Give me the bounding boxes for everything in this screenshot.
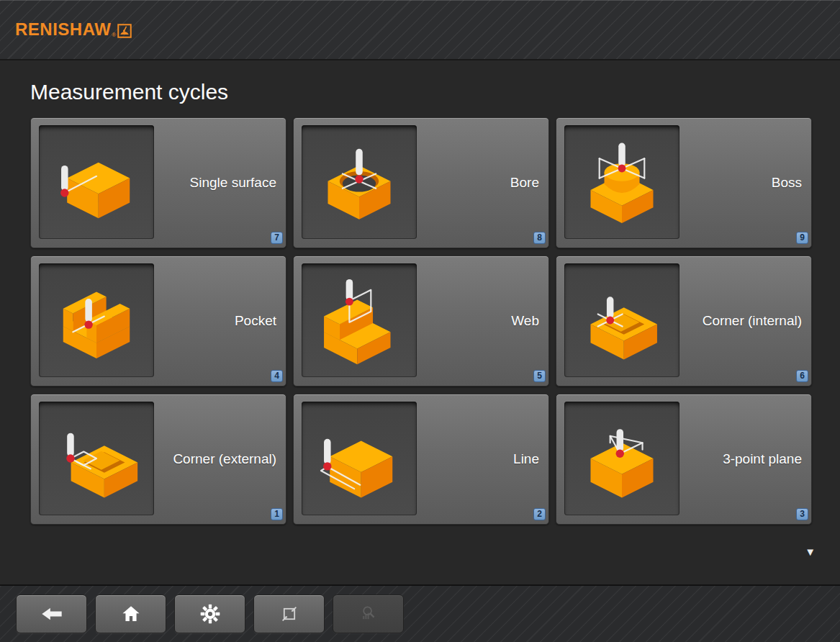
numpad-badge: 2	[533, 508, 546, 520]
numpad-badge: 4	[271, 370, 283, 382]
gear-icon	[197, 601, 223, 627]
line-icon	[302, 402, 417, 515]
tile-label: Line	[513, 451, 539, 467]
app-window: RENISHAW ® Measurement cycles	[0, 0, 840, 642]
registered-mark: ®	[112, 32, 116, 38]
bore-icon	[302, 125, 417, 239]
single-surface-icon	[39, 125, 154, 239]
tile-corner-external[interactable]: Corner (external) 1	[30, 394, 286, 525]
tile-label: Bore	[510, 175, 539, 191]
tile-label: Web	[511, 313, 539, 329]
toolbar	[0, 584, 840, 642]
logo-wordmark: RENISHAW	[15, 19, 111, 40]
back-arrow-icon	[39, 601, 65, 627]
three-point-plane-icon	[564, 402, 679, 515]
collapse-view-button[interactable]	[253, 594, 325, 633]
tile-label: Pocket	[235, 313, 276, 329]
tile-line[interactable]: Line 2	[293, 394, 549, 525]
tile-label: Single surface	[190, 175, 276, 191]
pocket-icon	[39, 263, 154, 377]
tile-pocket[interactable]: Pocket 4	[30, 256, 286, 386]
numpad-badge: 9	[796, 232, 808, 244]
tile-boss[interactable]: Boss 9	[556, 117, 812, 248]
tile-label: Boss	[772, 175, 802, 191]
tile-web[interactable]: Web 5	[293, 256, 549, 386]
back-button[interactable]	[16, 594, 87, 633]
corner-external-icon	[39, 402, 154, 515]
tile-label: Corner (external)	[173, 451, 276, 467]
collapse-window-icon	[276, 601, 302, 627]
tile-single-surface[interactable]: Single surface 7	[30, 117, 286, 248]
header-bar: RENISHAW ®	[0, 0, 840, 60]
content-area: Measurement cycles Single surface 7	[0, 62, 840, 584]
numpad-badge: 6	[796, 370, 808, 382]
page-title: Measurement cycles	[0, 62, 840, 105]
tile-corner-internal[interactable]: Corner (internal) 6	[556, 256, 812, 386]
tile-label: 3-point plane	[723, 451, 802, 467]
magnifier-report-icon	[356, 601, 381, 627]
web-icon	[302, 263, 417, 377]
home-icon	[118, 601, 144, 627]
numpad-badge: 1	[271, 508, 283, 520]
numpad-badge: 3	[796, 508, 808, 520]
numpad-badge: 7	[271, 232, 283, 244]
numpad-badge: 8	[533, 232, 546, 244]
renishaw-logo: RENISHAW ®	[15, 19, 132, 40]
tile-label: Corner (internal)	[703, 313, 802, 329]
scroll-down-indicator[interactable]: ▼	[805, 546, 816, 558]
tile-bore[interactable]: Bore 8	[293, 117, 549, 248]
inspect-report-button	[333, 594, 404, 633]
settings-button[interactable]	[174, 594, 245, 633]
home-button[interactable]	[95, 594, 166, 633]
renishaw-probe-mark-icon	[117, 24, 132, 38]
measurement-cycle-grid: Single surface 7	[30, 117, 840, 525]
corner-internal-icon	[564, 263, 679, 377]
numpad-badge: 5	[533, 370, 546, 382]
boss-icon	[564, 125, 679, 239]
tile-three-point-plane[interactable]: 3-point plane 3	[556, 394, 812, 525]
